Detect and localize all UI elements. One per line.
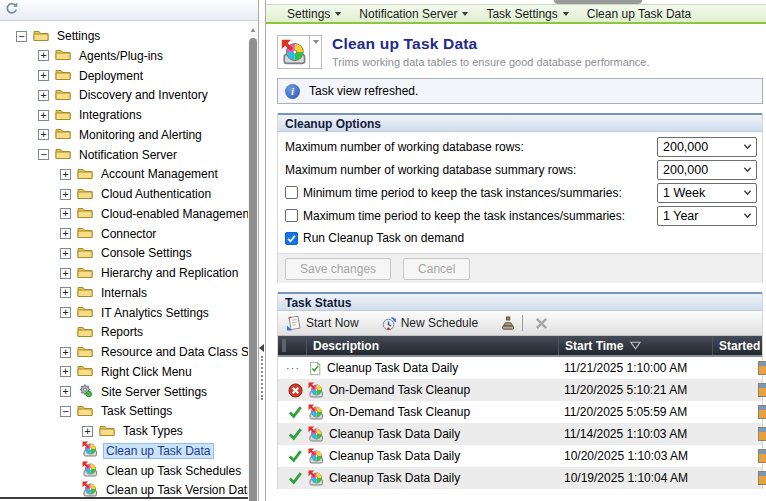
- scroll-up-arrow[interactable]: ▲: [248, 24, 258, 36]
- row-description-cell: On-Demand Task Cleanup: [306, 401, 558, 423]
- expand-icon[interactable]: +: [60, 169, 71, 180]
- collapse-arrow-icon[interactable]: [259, 344, 264, 352]
- tree-item-resource-and-data-class-settings[interactable]: +Resource and Data Class Settings: [0, 342, 248, 362]
- folder-icon: [55, 67, 71, 81]
- expand-icon[interactable]: +: [60, 228, 71, 239]
- menu-item-task-settings[interactable]: Task Settings: [477, 5, 577, 22]
- tree-item-label: Connector: [98, 226, 159, 242]
- expand-icon[interactable]: +: [82, 426, 93, 437]
- tree-item-internals[interactable]: +Internals: [0, 283, 248, 303]
- collapse-icon[interactable]: −: [38, 149, 49, 160]
- expand-icon[interactable]: +: [60, 366, 71, 377]
- task-status-row[interactable]: ···Cleanup Task Data Daily11/21/2025 1:1…: [278, 357, 762, 379]
- max-time-period-select[interactable]: 1 Year: [657, 206, 757, 226]
- menu-item-settings[interactable]: Settings: [278, 5, 350, 22]
- task-status-row[interactable]: Cleanup Task Data Daily10/19/2025 1:10:0…: [278, 467, 762, 489]
- tree-item-agents-plug-ins[interactable]: +Agents/Plug-ins: [0, 46, 248, 66]
- tree-item-notification-server[interactable]: −Notification Server: [0, 145, 248, 165]
- tree-item-site-server-settings[interactable]: +Site Server Settings: [0, 382, 248, 402]
- tree-item-task-settings[interactable]: −Task Settings: [0, 401, 248, 421]
- expand-icon[interactable]: +: [60, 268, 71, 279]
- page-icon-button[interactable]: [277, 35, 322, 69]
- tree-item-integrations[interactable]: +Integrations: [0, 105, 248, 125]
- max-db-rows-select[interactable]: 200,000: [657, 137, 757, 157]
- pane-splitter[interactable]: [258, 0, 266, 501]
- tree-item-cloud-enabled-management[interactable]: +Cloud-enabled Management: [0, 204, 248, 224]
- tree-item-settings[interactable]: −Settings: [0, 26, 248, 46]
- folder-icon: [55, 47, 71, 61]
- tree-item-task-types[interactable]: +Task Types: [0, 421, 248, 441]
- max-db-summary-rows-row: Maximum number of working database summa…: [278, 158, 762, 181]
- row-start-time-cell: 11/20/2025 5:05:59 AM: [558, 401, 712, 423]
- expand-icon[interactable]: +: [38, 110, 49, 121]
- tree-item-connector[interactable]: +Connector: [0, 224, 248, 244]
- expand-icon[interactable]: +: [60, 248, 71, 259]
- scrollbar-thumb[interactable]: [249, 38, 257, 501]
- tree-item-label: Clean up Task Version Data: [103, 482, 248, 498]
- run-on-demand-checkbox[interactable]: [285, 232, 298, 245]
- folder-icon: [77, 186, 93, 200]
- task-icon: [281, 39, 307, 65]
- started-icon-fragment: [758, 427, 766, 441]
- refresh-icon[interactable]: [4, 1, 19, 19]
- tree-item-monitoring-and-alerting[interactable]: +Monitoring and Alerting: [0, 125, 248, 145]
- tree-item-clean-up-task-schedules[interactable]: Clean up Task Schedules: [0, 461, 248, 481]
- tree-item-console-settings[interactable]: +Console Settings: [0, 243, 248, 263]
- expand-icon[interactable]: +: [38, 90, 49, 101]
- tree-item-hierarchy-and-replication[interactable]: +Hierarchy and Replication: [0, 263, 248, 283]
- expand-icon[interactable]: +: [38, 70, 49, 81]
- folder-icon: [33, 28, 49, 42]
- task-status-row[interactable]: Cleanup Task Data Daily10/20/2025 1:10:0…: [278, 445, 762, 467]
- splitter-grip[interactable]: [261, 356, 263, 400]
- stamp-button[interactable]: [500, 315, 520, 331]
- tree-item-label: Notification Server: [76, 147, 180, 163]
- menu-item-notification-server[interactable]: Notification Server: [350, 5, 477, 22]
- expand-icon[interactable]: +: [60, 189, 71, 200]
- started-column-header[interactable]: Started: [712, 336, 762, 355]
- tree-item-label: Console Settings: [98, 245, 195, 261]
- row-status-cell: [278, 401, 306, 423]
- tree-scrollbar[interactable]: ▲: [248, 22, 258, 501]
- start-now-button[interactable]: Start Now: [286, 315, 359, 331]
- tree-item-cloud-authentication[interactable]: +Cloud Authentication: [0, 184, 248, 204]
- new-schedule-button[interactable]: New Schedule: [381, 315, 478, 331]
- collapse-icon[interactable]: −: [60, 406, 71, 417]
- menu-item-clean-up-task-data[interactable]: Clean up Task Data: [578, 5, 701, 22]
- tree-item-discovery-and-inventory[interactable]: +Discovery and Inventory: [0, 85, 248, 105]
- delete-button[interactable]: [534, 316, 553, 331]
- expand-icon[interactable]: +: [60, 386, 71, 397]
- start-time-column-header[interactable]: Start Time: [558, 336, 712, 355]
- task-status-row[interactable]: On-Demand Task Cleanup11/20/2025 5:05:59…: [278, 401, 762, 423]
- tree-item-clean-up-task-data[interactable]: Clean up Task Data: [0, 441, 248, 461]
- expand-icon[interactable]: +: [38, 129, 49, 140]
- task-status-row[interactable]: On-Demand Task Cleanup11/20/2025 5:10:21…: [278, 379, 762, 401]
- tree-item-reports[interactable]: Reports: [0, 322, 248, 342]
- max-db-summary-rows-select[interactable]: 200,000: [657, 160, 757, 180]
- save-changes-button[interactable]: Save changes: [285, 258, 391, 280]
- min-time-period-row: Minimum time period to keep the task ins…: [278, 181, 762, 204]
- tree-item-label: Deployment: [76, 68, 146, 84]
- cancel-button[interactable]: Cancel: [403, 258, 470, 280]
- task-status-row[interactable]: Cleanup Task Data Daily11/14/2025 1:10:0…: [278, 423, 762, 445]
- collapse-icon[interactable]: −: [16, 31, 27, 42]
- min-time-period-checkbox[interactable]: [285, 186, 298, 199]
- expand-icon[interactable]: +: [60, 307, 71, 318]
- expand-icon[interactable]: +: [38, 50, 49, 61]
- tree-item-label: Reports: [98, 324, 146, 340]
- folder-icon: [55, 107, 71, 121]
- task-icon: [308, 470, 324, 486]
- expand-icon[interactable]: +: [60, 347, 71, 358]
- max-time-period-checkbox[interactable]: [285, 209, 298, 222]
- tree-item-right-click-menu[interactable]: +Right Click Menu: [0, 362, 248, 382]
- tree-item-deployment[interactable]: +Deployment: [0, 66, 248, 86]
- task-description: Cleanup Task Data Daily: [327, 361, 458, 375]
- tree-item-account-management[interactable]: +Account Management: [0, 164, 248, 184]
- caret-down-icon: [335, 12, 341, 16]
- expand-icon[interactable]: +: [60, 287, 71, 298]
- description-column-header[interactable]: Description: [306, 336, 558, 355]
- expand-icon[interactable]: +: [60, 208, 71, 219]
- min-time-period-select[interactable]: 1 Week: [657, 183, 757, 203]
- tree-item-it-analytics-settings[interactable]: +IT Analytics Settings: [0, 303, 248, 323]
- icon-dropdown-arrow[interactable]: [309, 36, 321, 68]
- tree-item-label: Monitoring and Alerting: [76, 127, 205, 143]
